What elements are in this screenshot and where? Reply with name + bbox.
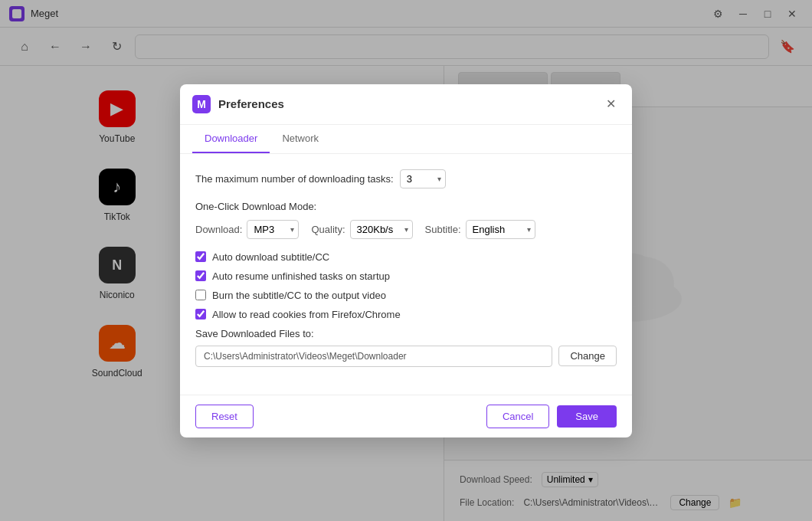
modal-body: The maximum number of downloading tasks:… bbox=[180, 154, 632, 395]
max-tasks-label: The maximum number of downloading tasks: bbox=[195, 173, 394, 185]
burn-subtitle-checkbox[interactable] bbox=[195, 290, 206, 300]
tab-network[interactable]: Network bbox=[270, 125, 331, 153]
modal-close-button[interactable]: ✕ bbox=[601, 95, 620, 113]
modal-app-icon: M bbox=[192, 95, 211, 113]
max-tasks-row: The maximum number of downloading tasks:… bbox=[195, 169, 617, 188]
auto-resume-checkbox[interactable] bbox=[195, 270, 206, 281]
download-field-label: Download: bbox=[195, 224, 242, 235]
max-tasks-select-wrapper: 1 2 3 4 5 ▾ bbox=[400, 169, 446, 188]
save-to-section: Save Downloaded Files to: Change bbox=[195, 328, 617, 367]
save-path-input[interactable] bbox=[195, 346, 552, 367]
download-format-select[interactable]: MP3 MP4 AAC FLAC bbox=[247, 220, 299, 239]
auto-subtitle-label: Auto download subtitle/CC bbox=[212, 251, 329, 263]
tab-downloader[interactable]: Downloader bbox=[192, 125, 270, 153]
preferences-dialog: M Preferences ✕ Downloader Network The m… bbox=[180, 84, 632, 437]
quality-field: Quality: 128Kb/s 192Kb/s 256Kb/s 320Kb/s… bbox=[311, 220, 412, 239]
subtitle-field: Subtitle: English Chinese Japanese Korea… bbox=[425, 220, 535, 239]
modal-footer: Reset Cancel Save bbox=[180, 395, 632, 437]
checkbox-auto-subtitle: Auto download subtitle/CC bbox=[195, 251, 617, 263]
save-path-change-button[interactable]: Change bbox=[558, 346, 617, 366]
auto-subtitle-checkbox[interactable] bbox=[195, 251, 206, 262]
checkbox-auto-resume: Auto resume unfinished tasks on startup bbox=[195, 270, 617, 282]
quality-field-label: Quality: bbox=[311, 224, 345, 235]
subtitle-select-wrapper: English Chinese Japanese Korean French ▾ bbox=[466, 220, 535, 239]
download-select-wrapper: MP3 MP4 AAC FLAC ▾ bbox=[247, 220, 299, 239]
subtitle-select[interactable]: English Chinese Japanese Korean French bbox=[466, 220, 535, 239]
cancel-button[interactable]: Cancel bbox=[486, 405, 549, 428]
checkbox-allow-cookies: Allow to read cookies from Firefox/Chrom… bbox=[195, 309, 617, 320]
quality-select[interactable]: 128Kb/s 192Kb/s 256Kb/s 320Kb/s bbox=[350, 220, 413, 239]
download-field: Download: MP3 MP4 AAC FLAC ▾ bbox=[195, 220, 299, 239]
checkbox-burn-subtitle: Burn the subtitle/CC to the output video bbox=[195, 290, 617, 301]
max-tasks-select[interactable]: 1 2 3 4 5 bbox=[400, 169, 446, 188]
oneclick-section: One-Click Download Mode: Download: MP3 M… bbox=[195, 201, 617, 239]
quality-select-wrapper: 128Kb/s 192Kb/s 256Kb/s 320Kb/s ▾ bbox=[350, 220, 413, 239]
allow-cookies-label: Allow to read cookies from Firefox/Chrom… bbox=[212, 309, 401, 320]
auto-resume-label: Auto resume unfinished tasks on startup bbox=[212, 270, 390, 282]
subtitle-field-label: Subtitle: bbox=[425, 224, 461, 235]
modal-overlay: M Preferences ✕ Downloader Network The m… bbox=[0, 0, 812, 521]
reset-button[interactable]: Reset bbox=[195, 405, 254, 428]
modal-tabs: Downloader Network bbox=[180, 125, 632, 154]
save-to-title: Save Downloaded Files to: bbox=[195, 328, 617, 339]
save-to-row: Change bbox=[195, 346, 617, 367]
modal-header: M Preferences ✕ bbox=[180, 84, 632, 125]
oneclick-title: One-Click Download Mode: bbox=[195, 201, 617, 212]
burn-subtitle-label: Burn the subtitle/CC to the output video bbox=[212, 290, 386, 301]
modal-title: Preferences bbox=[218, 97, 594, 110]
allow-cookies-checkbox[interactable] bbox=[195, 309, 206, 319]
save-button[interactable]: Save bbox=[557, 405, 617, 428]
oneclick-row: Download: MP3 MP4 AAC FLAC ▾ Qu bbox=[195, 220, 617, 239]
